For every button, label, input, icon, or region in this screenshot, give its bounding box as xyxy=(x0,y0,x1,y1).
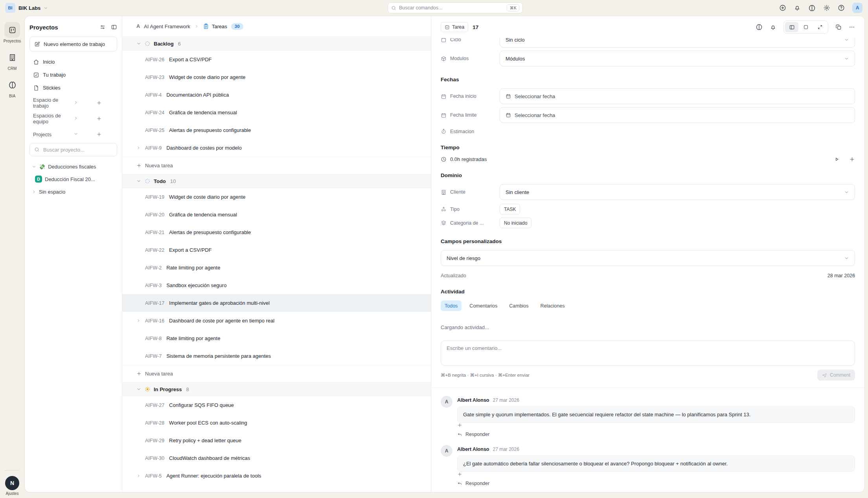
task-row[interactable]: AIFW-25Alertas de presupuesto configurab… xyxy=(122,121,431,139)
breadcrumb-section[interactable]: Tareas xyxy=(203,23,227,29)
sidebar-section-projects[interactable]: Projects xyxy=(29,127,117,141)
chevron-right-icon[interactable] xyxy=(74,100,91,106)
user-initial-avatar[interactable]: N xyxy=(5,476,19,490)
section-heading: Campos personalizados xyxy=(441,238,855,244)
side-peek-button[interactable] xyxy=(785,22,798,32)
activity-tab-relaciones[interactable]: Relaciones xyxy=(537,300,569,311)
start-date-input[interactable]: Seleccionar fecha xyxy=(500,88,855,104)
client-select[interactable]: Sin cliente xyxy=(500,184,855,200)
command-search[interactable]: ⌘K xyxy=(388,2,523,13)
crm-rail-icon[interactable] xyxy=(4,49,20,65)
brain-icon[interactable] xyxy=(756,24,763,31)
new-work-item-button[interactable]: Nuevo elemento de trabajo xyxy=(29,37,117,51)
new-task-button[interactable]: Nueva tarea xyxy=(122,157,431,174)
modal-peek-button[interactable] xyxy=(799,22,813,32)
expand-chevron-icon[interactable] xyxy=(136,146,140,150)
add-icon[interactable] xyxy=(96,100,114,106)
expand-chevron-icon[interactable] xyxy=(136,474,140,478)
task-row[interactable]: AIFW-20Gráfica de tendencia mensual xyxy=(122,206,431,223)
task-row[interactable]: AIFW-4Documentación API pública xyxy=(122,86,431,104)
task-row[interactable]: AIFW-27Configurar SQS FIFO queue xyxy=(122,396,431,414)
activity-tab-cambios[interactable]: Cambios xyxy=(505,300,532,311)
add-reaction-icon[interactable] xyxy=(457,423,855,428)
project-search[interactable] xyxy=(29,143,117,156)
task-row[interactable]: AIFW-19Widget de coste diario por agente xyxy=(122,188,431,206)
task-row[interactable]: AIFW-17Implementar gates de aprobación m… xyxy=(122,294,431,312)
comment-input[interactable] xyxy=(447,345,849,361)
expand-chevron-icon[interactable] xyxy=(136,319,140,323)
sidebar-section-espacio-de-trabajo[interactable]: Espacio de trabajo xyxy=(29,96,117,110)
task-row[interactable]: AIFW-22Export a CSV/PDF xyxy=(122,241,431,259)
workspace-switcher[interactable]: BI BIK Labs xyxy=(5,3,48,13)
sidebar-item-tu-trabajo[interactable]: Tu trabajo xyxy=(29,68,117,81)
task-row[interactable]: AIFW-24Gráfica de tendencia mensual xyxy=(122,104,431,121)
project-search-input[interactable] xyxy=(43,147,112,153)
comment-submit-button[interactable]: Comment xyxy=(817,370,855,381)
command-search-input[interactable] xyxy=(399,5,504,11)
category-chip[interactable]: No iniciado xyxy=(500,218,531,228)
due-date-input[interactable]: Seleccionar fecha xyxy=(500,107,855,123)
task-row[interactable]: AIFW-30CloudWatch dashboard de métricas xyxy=(122,449,431,467)
task-row[interactable]: AIFW-29Retry policy + dead letter queue xyxy=(122,432,431,449)
sidebar-item-inicio[interactable]: Inicio xyxy=(29,55,117,68)
reply-button[interactable]: Responder xyxy=(457,432,855,437)
breadcrumb-project[interactable]: AI Agent Framework xyxy=(144,24,190,29)
subscribe-bell-icon[interactable] xyxy=(770,24,776,31)
sidebar-tree-group[interactable]: Sin espacio xyxy=(29,185,117,198)
collapse-panel-icon[interactable] xyxy=(111,24,117,30)
task-row[interactable]: AIFW-8Rate limiting por agente xyxy=(122,330,431,347)
chevron-right-icon[interactable] xyxy=(74,116,91,121)
new-task-button[interactable]: Nueva tarea xyxy=(122,365,431,382)
task-row[interactable]: AIFW-26Export a CSV/PDF xyxy=(122,51,431,68)
sidebar-item-stickies[interactable]: Stickies xyxy=(29,81,117,94)
plus-circle-icon[interactable] xyxy=(779,4,786,11)
add-icon[interactable] xyxy=(96,132,114,137)
comment-composer[interactable] xyxy=(441,341,855,366)
help-icon[interactable] xyxy=(838,4,845,11)
task-row[interactable]: AIFW-23Widget de coste diario por agente xyxy=(122,68,431,86)
sidebar-project-item[interactable]: DDeducción Fiscal 20... xyxy=(29,173,117,185)
add-reaction-icon[interactable] xyxy=(457,472,855,477)
detail-scroll-area[interactable]: CicloSin cicloModulosMódulosFechasFecha … xyxy=(431,38,864,492)
property-label: Tipo xyxy=(441,206,500,212)
proyectos-rail-icon[interactable] xyxy=(4,22,20,38)
task-row[interactable]: AIFW-16Dashboard de coste por agente en … xyxy=(122,312,431,330)
task-type-badge[interactable]: Tarea xyxy=(441,22,468,32)
settings-label[interactable]: Ajustes xyxy=(6,491,19,496)
task-row[interactable]: AIFW-21Alertas de presupuesto configurab… xyxy=(122,223,431,241)
user-avatar[interactable]: A xyxy=(852,3,862,13)
add-time-icon[interactable] xyxy=(849,156,855,162)
brain-icon[interactable] xyxy=(808,4,816,12)
more-options-icon[interactable] xyxy=(849,24,855,30)
filters-icon[interactable] xyxy=(99,24,106,30)
gear-icon[interactable] xyxy=(823,4,830,11)
rail-item-crm[interactable]: CRM xyxy=(4,49,20,71)
add-icon[interactable] xyxy=(96,116,114,121)
risk-level-select[interactable]: Nivel de riesgo xyxy=(441,250,855,266)
rail-item-bia[interactable]: BIA xyxy=(4,77,20,98)
type-chip[interactable]: TASK xyxy=(500,204,520,214)
sidebar-tree-group[interactable]: 💸Deducciones fiscales xyxy=(29,160,117,173)
task-row[interactable]: AIFW-9Dashboard de costes por modelo xyxy=(122,139,431,157)
task-row[interactable]: AIFW-2Rate limiting por agente xyxy=(122,259,431,276)
task-row[interactable]: AIFW-7Sistema de memoria persistente par… xyxy=(122,347,431,365)
reply-button[interactable]: Responder xyxy=(457,481,855,486)
rail-item-proyectos[interactable]: Proyectos xyxy=(4,22,21,43)
full-screen-button[interactable] xyxy=(813,22,827,32)
copy-link-icon[interactable] xyxy=(835,24,842,30)
bia-rail-icon[interactable] xyxy=(4,77,20,93)
activity-tab-todos[interactable]: Todos xyxy=(441,300,462,311)
activity-tab-comentarios[interactable]: Comentarios xyxy=(465,300,501,311)
group-header-in-progress[interactable]: In Progress8 xyxy=(122,382,431,396)
task-row[interactable]: AIFW-3Sandbox ejecución seguro xyxy=(122,276,431,294)
chevron-down-icon[interactable] xyxy=(74,132,91,137)
start-timer-icon[interactable] xyxy=(834,156,840,162)
group-header-backlog[interactable]: Backlog6 xyxy=(122,37,431,51)
sidebar-section-espacios-de-equipo[interactable]: Espacios de equipo xyxy=(29,112,117,126)
task-row[interactable]: AIFW-28Worker pool ECS con auto-scaling xyxy=(122,414,431,432)
bell-icon[interactable] xyxy=(794,4,801,11)
cycle-select[interactable]: Sin ciclo xyxy=(500,38,855,48)
modules-select[interactable]: Módulos xyxy=(500,51,855,66)
group-header-todo[interactable]: Todo10 xyxy=(122,174,431,188)
task-row[interactable]: AIFW-5Agent Runner: ejecución paralela d… xyxy=(122,467,431,485)
